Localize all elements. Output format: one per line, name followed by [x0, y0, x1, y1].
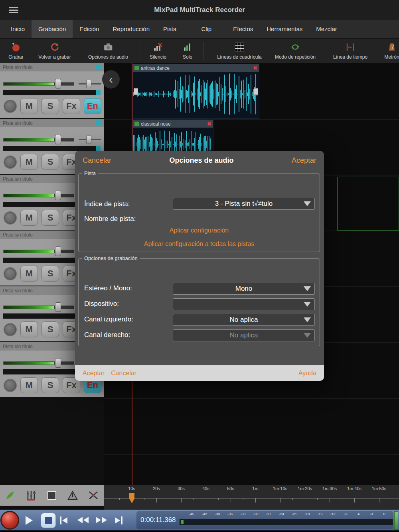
footer-cancel-button[interactable]: Cancelar — [111, 370, 136, 377]
menu-tab-edicin[interactable]: Edición — [73, 20, 106, 38]
volume-slider-handle[interactable] — [55, 135, 61, 144]
apply-settings-link[interactable]: Aplicar configuración — [79, 227, 320, 234]
track-fx-button[interactable]: Fx — [63, 98, 80, 114]
track-solo-button[interactable]: S — [41, 266, 59, 282]
menu-tab-pista[interactable]: Pista — [156, 20, 183, 38]
dialog-cancel-button[interactable]: Cancelar — [83, 156, 111, 165]
meter-db-label: -15 — [317, 512, 322, 516]
volume-slider-handle[interactable] — [55, 191, 61, 200]
toolbar-label: Metrón — [380, 54, 399, 60]
track-enable-button[interactable]: En — [84, 98, 101, 114]
volume-slider[interactable] — [3, 361, 74, 365]
track-mute-button[interactable]: M — [20, 210, 38, 226]
footer-help-button[interactable]: Ayuda — [298, 370, 316, 377]
track-mute-button[interactable]: M — [20, 98, 38, 114]
time-ruler[interactable]: 10s20s30s40s50s1m1m:10s1m:20s1m:30s1m:40… — [104, 485, 399, 510]
apply-settings-all-link[interactable]: Aplicar configuración a todas las pistas — [79, 240, 320, 248]
footer-accept-button[interactable]: Aceptar — [83, 370, 105, 377]
meter-db-label: -6 — [357, 512, 360, 516]
toolbar-solo[interactable]: Solo — [176, 40, 200, 60]
menu-tab-efectos[interactable]: Efectos — [226, 20, 260, 38]
device-dropdown[interactable] — [173, 298, 315, 310]
track-record-button[interactable] — [4, 100, 17, 113]
track-index-dropdown[interactable]: 3 - Pista sin t√≠tulo — [173, 198, 315, 210]
track-solo-button[interactable]: S — [41, 377, 59, 393]
menu-tab-clip[interactable]: Clip — [194, 20, 218, 38]
track-record-button[interactable] — [4, 211, 17, 225]
square-outline-icon[interactable] — [46, 489, 58, 501]
skip-start-button[interactable] — [60, 516, 67, 524]
volume-slider-handle[interactable] — [55, 358, 61, 368]
volume-slider[interactable] — [3, 138, 74, 142]
ruler-tick — [367, 498, 367, 500]
volume-slider-handle[interactable] — [55, 246, 61, 256]
toolbar-silencio[interactable]: Silencio — [144, 40, 172, 60]
ruler-tick — [218, 498, 219, 500]
clip-left-trim-handle[interactable] — [134, 88, 138, 95]
volume-slider[interactable] — [3, 194, 74, 197]
pan-slider-handle[interactable] — [86, 80, 91, 88]
dialog-accept-button[interactable]: Aceptar — [292, 156, 316, 165]
track-record-button[interactable] — [4, 156, 17, 169]
play-button[interactable] — [26, 516, 33, 525]
toolbar-modo-de-repeticion[interactable]: Modo de repetición — [269, 40, 321, 60]
skip-end-button[interactable] — [115, 516, 122, 524]
track-solo-button[interactable]: S — [41, 210, 59, 226]
track-record-button[interactable] — [4, 379, 17, 392]
ruler-tick — [243, 498, 243, 500]
collapse-panel-button[interactable]: ‹ — [102, 70, 120, 89]
track-color-swatch[interactable] — [96, 65, 101, 70]
left-channel-dropdown[interactable]: No aplica — [173, 314, 315, 326]
ruler-tick — [194, 498, 194, 500]
rewind-button[interactable] — [77, 517, 89, 523]
toolbar-volver-a-grabar[interactable]: Volver a grabar — [33, 40, 77, 60]
menu-tab-mezclar[interactable]: Mezclar — [309, 20, 344, 38]
clip-delete-icon[interactable]: ✖ — [253, 65, 257, 71]
track-title: Pista sin título — [3, 120, 96, 126]
track-solo-button[interactable]: S — [41, 321, 59, 337]
leaf-icon[interactable] — [4, 489, 16, 501]
clip-right-trim-handle[interactable] — [254, 88, 258, 95]
master-level-bar — [394, 511, 398, 530]
track-record-button[interactable] — [4, 267, 17, 280]
stop-icon — [45, 517, 52, 524]
toolbar-metronomo[interactable]: Metrón — [380, 40, 399, 60]
audio-clip-anitras-dance[interactable]: anitras dance ✖ — [132, 64, 259, 119]
record-button[interactable] — [0, 511, 19, 530]
track-panel: Pista sin título M S Fx En — [0, 63, 104, 118]
volume-slider[interactable] — [3, 82, 74, 86]
fast-forward-button[interactable] — [96, 517, 107, 523]
toolbar-grabar[interactable]: Grabar — [0, 40, 32, 60]
volume-slider[interactable] — [3, 250, 74, 253]
track-row-separator — [104, 398, 399, 399]
pan-slider-handle[interactable] — [86, 136, 91, 144]
metronome-triangle-icon[interactable] — [67, 489, 79, 501]
track-solo-button[interactable]: S — [41, 98, 59, 114]
track-solo-button[interactable]: S — [41, 154, 59, 170]
toolbar-lineas-de-cuadricula[interactable]: Líneas de cuadrícula — [211, 40, 268, 60]
track-mute-button[interactable]: M — [20, 321, 38, 337]
volume-slider-handle[interactable] — [55, 302, 61, 312]
track-record-button[interactable] — [4, 323, 17, 336]
ruler-tick — [354, 498, 355, 502]
clip-delete-icon[interactable]: ✖ — [207, 121, 211, 127]
menu-tab-grabacin[interactable]: Grabación — [32, 20, 73, 38]
track-color-swatch[interactable] — [96, 120, 101, 126]
track-mute-button[interactable]: M — [20, 377, 38, 393]
volume-slider-handle[interactable] — [55, 79, 61, 89]
menu-tab-reproduccin[interactable]: Reproducción — [106, 20, 156, 38]
crossed-peaks-icon[interactable] — [87, 489, 99, 501]
track-mute-button[interactable]: M — [20, 266, 38, 282]
ruler-tick — [342, 498, 342, 500]
menu-tab-inicio[interactable]: Inicio — [4, 20, 32, 38]
volume-slider[interactable] — [3, 305, 74, 309]
track-mute-button[interactable]: M — [20, 154, 38, 170]
toolbar-linea-de-tiempo[interactable]: Línea de tiempo — [326, 40, 374, 60]
stop-button[interactable] — [41, 513, 56, 528]
menu-tab-herramientas[interactable]: Herramientas — [260, 20, 309, 38]
grid-lines-icon — [211, 40, 268, 54]
stereo-mono-dropdown[interactable]: Mono — [173, 283, 315, 295]
level-meter-fill — [181, 520, 184, 524]
toolbar-opciones-de-audio[interactable]: Opciones de audio — [84, 40, 132, 60]
mixer-faders-icon[interactable] — [25, 489, 37, 501]
